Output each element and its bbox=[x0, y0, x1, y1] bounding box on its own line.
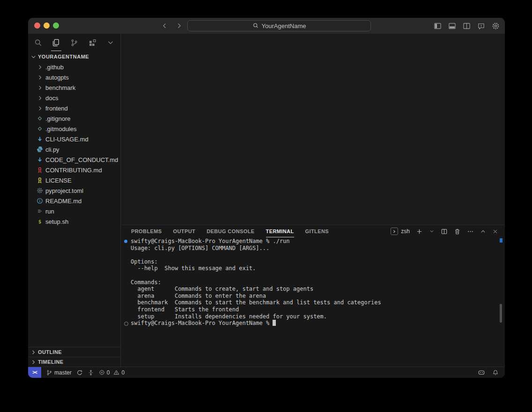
activity-bar-item[interactable] bbox=[103, 34, 118, 51]
source-control-icon bbox=[70, 38, 79, 47]
navigate-forward-icon[interactable] bbox=[176, 22, 183, 29]
explorer-item[interactable]: pyproject.toml bbox=[28, 185, 120, 196]
sidebar: YOURAGENTNAME .github autogpts benchmark… bbox=[28, 34, 121, 367]
split-terminal-icon[interactable] bbox=[441, 228, 448, 235]
explorer-item[interactable]: cli.py bbox=[28, 144, 120, 154]
sync-icon[interactable] bbox=[76, 369, 83, 376]
panel-tabs: PROBLEMSOUTPUTDEBUG CONSOLETERMINALGITLE… bbox=[121, 225, 397, 237]
terminal-line bbox=[121, 272, 505, 279]
feedback-icon[interactable] bbox=[476, 21, 486, 30]
gitlens-icon[interactable] bbox=[88, 369, 94, 376]
panel-tab[interactable]: TERMINAL bbox=[266, 226, 294, 237]
command-center-search[interactable]: YourAgentName bbox=[187, 20, 371, 31]
python-icon bbox=[36, 146, 44, 153]
editor-area bbox=[121, 34, 505, 225]
terminal-line bbox=[121, 251, 505, 258]
activity-bar-item[interactable] bbox=[85, 34, 99, 51]
terminal-line: arena Commands to enter the arena bbox=[121, 293, 505, 300]
terminal-line: setup Installs dependencies needed for y… bbox=[121, 313, 505, 320]
info-icon bbox=[36, 197, 44, 205]
explorer-item[interactable]: .gitmodules bbox=[28, 124, 120, 134]
close-panel-icon[interactable] bbox=[492, 228, 498, 235]
terminal-line: Options: bbox=[121, 258, 505, 265]
terminal-line: Commands: bbox=[121, 279, 505, 286]
zoom-window-button[interactable] bbox=[53, 22, 59, 29]
extensions-icon bbox=[88, 38, 97, 47]
panel-actions: zsh bbox=[391, 225, 498, 237]
explorer-item[interactable]: docs bbox=[28, 93, 120, 103]
remote-indicator[interactable]: >< bbox=[28, 367, 41, 378]
git-branch-icon bbox=[46, 369, 52, 376]
terminal-shell-tab[interactable]: zsh bbox=[391, 228, 410, 235]
explorer-root[interactable]: YOURAGENTNAME bbox=[28, 52, 120, 62]
ribbon-icon bbox=[36, 166, 44, 174]
chevron-right-icon bbox=[36, 94, 44, 102]
window-controls bbox=[34, 22, 59, 29]
activity-bar bbox=[28, 34, 120, 52]
markdown-icon bbox=[36, 156, 44, 163]
ribbon-icon bbox=[36, 177, 44, 184]
search-icon bbox=[34, 38, 43, 47]
explorer-item[interactable]: .gitignore bbox=[28, 113, 120, 124]
explorer-item[interactable]: .github bbox=[28, 62, 120, 72]
bottom-panel: PROBLEMSOUTPUTDEBUG CONSOLETERMINALGITLE… bbox=[121, 225, 505, 367]
warning-count: 0 bbox=[121, 369, 125, 376]
chevron-down-icon bbox=[30, 53, 37, 60]
explorer-item[interactable]: autogpts bbox=[28, 72, 120, 82]
copilot-icon[interactable] bbox=[478, 369, 485, 376]
file-tree: .github autogpts benchmark docs frontend… bbox=[28, 62, 120, 227]
error-icon bbox=[99, 369, 105, 375]
explorer-item[interactable]: CLI-USAGE.md bbox=[28, 134, 120, 144]
explorer-item[interactable]: CODE_OF_CONDUCT.md bbox=[28, 154, 120, 165]
close-window-button[interactable] bbox=[34, 22, 40, 29]
panel-tab[interactable]: OUTPUT bbox=[173, 226, 196, 237]
panel-tab[interactable]: PROBLEMS bbox=[131, 226, 162, 237]
error-count: 0 bbox=[107, 369, 110, 376]
explorer-item[interactable]: README.md bbox=[28, 196, 120, 206]
git-icon bbox=[36, 115, 44, 122]
explorer-item[interactable]: frontend bbox=[28, 103, 120, 113]
settings-gear-icon[interactable] bbox=[491, 21, 500, 30]
sidebar-section-header[interactable]: TIMELINE bbox=[28, 357, 120, 367]
navigate-back-icon[interactable] bbox=[161, 22, 168, 29]
toggle-primary-sidebar-icon[interactable] bbox=[433, 21, 442, 30]
list-icon bbox=[36, 207, 44, 215]
explorer-item[interactable]: run bbox=[28, 206, 120, 216]
terminal-line: agent Commands to create, start and stop… bbox=[121, 286, 505, 293]
chevron-down-icon bbox=[106, 38, 115, 47]
git-icon bbox=[36, 125, 44, 132]
problems-status[interactable]: 0 0 bbox=[99, 369, 125, 376]
activity-bar-item[interactable] bbox=[31, 34, 45, 51]
explorer-icon bbox=[52, 38, 60, 47]
explorer-item[interactable]: benchmark bbox=[28, 82, 120, 93]
activity-bar-item[interactable] bbox=[67, 34, 81, 51]
status-bar: >< master 0 0 bbox=[28, 367, 505, 378]
branch-status[interactable]: master bbox=[46, 369, 72, 376]
explorer-item[interactable]: LICENSE bbox=[28, 175, 120, 185]
sidebar-section-header[interactable]: OUTLINE bbox=[28, 347, 120, 357]
kill-terminal-trash-icon[interactable] bbox=[454, 228, 461, 235]
chevron-right-icon bbox=[36, 74, 44, 81]
explorer-item[interactable]: CONTRIBUTING.md bbox=[28, 165, 120, 175]
terminal-cursor bbox=[273, 320, 276, 326]
explorer-item[interactable]: $ setup.sh bbox=[28, 216, 120, 227]
explorer-root-label: YOURAGENTNAME bbox=[38, 54, 89, 59]
terminal-scrollbar[interactable] bbox=[500, 304, 502, 323]
terminal-line: frontend Starts the frontend bbox=[121, 306, 505, 313]
panel-tab[interactable]: GITLENS bbox=[305, 226, 329, 237]
shell-icon: $ bbox=[36, 218, 44, 225]
toggle-secondary-sidebar-icon[interactable] bbox=[462, 21, 471, 30]
terminal-overview-command-marker bbox=[500, 238, 502, 243]
maximize-panel-icon[interactable] bbox=[480, 228, 486, 235]
new-terminal-icon[interactable] bbox=[416, 228, 423, 235]
svg-text:$: $ bbox=[38, 219, 41, 224]
search-value: YourAgentName bbox=[262, 22, 306, 29]
activity-bar-item[interactable] bbox=[49, 34, 63, 51]
notifications-bell-icon[interactable] bbox=[492, 369, 499, 376]
more-actions-icon[interactable] bbox=[467, 228, 474, 235]
minimize-window-button[interactable] bbox=[44, 22, 50, 29]
panel-tab[interactable]: DEBUG CONSOLE bbox=[207, 226, 254, 237]
launch-profile-chevron-icon[interactable] bbox=[429, 228, 435, 234]
terminal-line: swifty@Craigs-MacBook-Pro YourAgentName … bbox=[121, 238, 505, 245]
toggle-panel-icon[interactable] bbox=[447, 21, 457, 30]
